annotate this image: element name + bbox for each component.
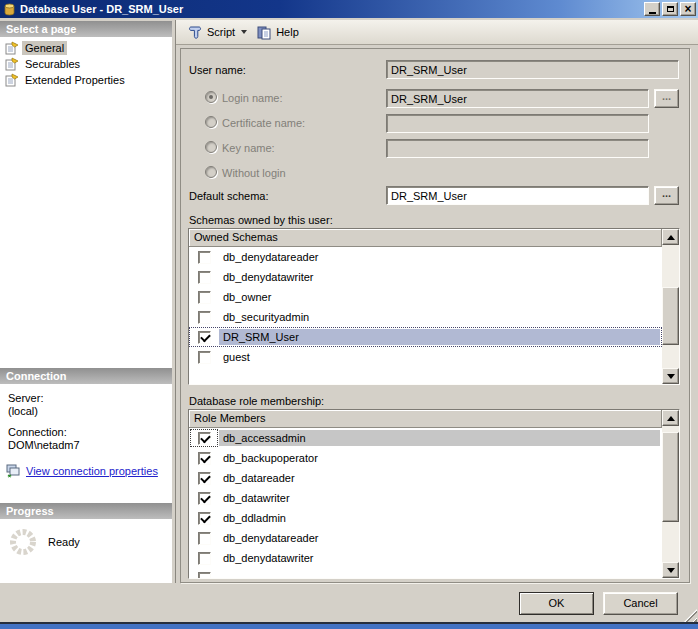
checkbox[interactable] — [198, 291, 211, 304]
sidebar-item-label: General — [22, 41, 67, 55]
list-item-label: guest — [219, 349, 660, 365]
sidebar-divider — [175, 20, 176, 583]
key-name-input[interactable] — [386, 139, 649, 158]
scrollbar-thumb[interactable] — [662, 287, 679, 345]
default-schema-input[interactable] — [386, 186, 649, 205]
list-item[interactable]: db_datawriter — [189, 488, 662, 508]
list-item-label: db_accessadmin — [219, 430, 660, 446]
checkbox-cell — [189, 548, 219, 568]
role-members-grid: Role Members db_accessadmin db_backupope… — [188, 409, 680, 579]
checkbox[interactable] — [198, 331, 211, 344]
list-item[interactable]: guest — [189, 347, 662, 367]
connection-label: Connection: — [0, 426, 172, 439]
scroll-up-icon[interactable] — [662, 410, 679, 426]
checkbox[interactable] — [198, 251, 211, 264]
owned-schemas-column-header[interactable]: Owned Schemas — [189, 229, 662, 247]
script-button[interactable]: Script — [182, 22, 252, 42]
role-membership-label: Database role membership: — [189, 395, 324, 407]
cancel-button[interactable]: Cancel — [603, 592, 678, 615]
resize-grip-icon[interactable] — [684, 609, 697, 622]
progress-header: Progress — [0, 503, 172, 519]
check-icon — [200, 432, 211, 443]
sidebar-item-extended-properties[interactable]: Extended Properties — [0, 72, 172, 88]
list-item[interactable]: db_denydatawriter — [189, 267, 662, 287]
checkbox[interactable] — [198, 552, 211, 565]
list-item-label: db_securityadmin — [219, 309, 660, 325]
default-schema-browse-button[interactable]: ... — [654, 186, 679, 205]
user-name-input[interactable] — [386, 60, 679, 79]
without-login-radio[interactable] — [205, 166, 217, 178]
list-item[interactable]: db_datareader — [189, 468, 662, 488]
list-item-label: db_denydatareader — [219, 249, 660, 265]
check-icon — [200, 331, 211, 342]
list-item[interactable]: db_denydatareader — [189, 247, 662, 267]
sidebar-item-securables[interactable]: Securables — [0, 56, 172, 72]
checkbox[interactable] — [198, 432, 211, 445]
list-item-label: db_backupoperator — [219, 450, 660, 466]
login-name-input[interactable] — [386, 89, 649, 108]
login-name-radio[interactable] — [205, 91, 217, 103]
maximize-icon[interactable] — [662, 2, 678, 16]
checkbox-cell — [189, 508, 219, 528]
list-item[interactable]: db_owner — [189, 287, 662, 307]
list-item[interactable] — [189, 568, 662, 578]
list-item-label: db_datareader — [219, 470, 660, 486]
list-item-label: db_datawriter — [219, 490, 660, 506]
owned-schemas-grid: Owned Schemas db_denydatareader db_denyd… — [188, 228, 680, 385]
list-item[interactable]: db_denydatareader — [189, 528, 662, 548]
certificate-name-label: Certificate name: — [222, 117, 305, 129]
list-item[interactable]: db_denydatawriter — [189, 548, 662, 568]
list-item-label — [219, 570, 660, 578]
checkbox[interactable] — [198, 351, 211, 364]
checkbox[interactable] — [198, 311, 211, 324]
checkbox[interactable] — [198, 532, 211, 545]
scroll-up-icon[interactable] — [662, 229, 679, 245]
list-item[interactable]: db_ddladmin — [189, 508, 662, 528]
checkbox-cell — [189, 307, 219, 327]
close-icon[interactable]: × — [680, 2, 696, 16]
checkbox[interactable] — [198, 572, 211, 579]
checkbox-cell — [189, 468, 219, 488]
owned-schemas-list: db_denydatareader db_denydatawriter db_o… — [189, 247, 662, 384]
checkbox[interactable] — [198, 472, 211, 485]
checkbox[interactable] — [198, 271, 211, 284]
scroll-down-icon[interactable] — [662, 562, 679, 578]
minimize-icon[interactable] — [644, 2, 660, 16]
list-item[interactable]: db_accessadmin — [189, 428, 662, 448]
key-name-label: Key name: — [222, 142, 275, 154]
progress-status: Ready — [48, 536, 80, 548]
database-icon — [3, 3, 16, 16]
certificate-name-input[interactable] — [386, 114, 649, 133]
key-name-radio[interactable] — [205, 141, 217, 153]
role-members-column-header[interactable]: Role Members — [189, 410, 662, 428]
ok-button[interactable]: OK — [519, 592, 594, 615]
scroll-down-icon[interactable] — [662, 368, 679, 384]
list-item[interactable]: db_backupoperator — [189, 448, 662, 468]
help-button[interactable]: Help — [252, 22, 304, 42]
server-value: (local) — [0, 405, 172, 418]
login-browse-button[interactable]: ... — [654, 89, 679, 108]
checkbox[interactable] — [198, 492, 211, 505]
page-icon — [5, 57, 19, 71]
dropdown-arrow-icon[interactable] — [241, 30, 247, 34]
checkbox[interactable] — [198, 452, 211, 465]
certificate-name-radio[interactable] — [205, 116, 217, 128]
checkbox[interactable] — [198, 512, 211, 525]
list-item[interactable]: db_securityadmin — [189, 307, 662, 327]
owned-schemas-scrollbar[interactable] — [662, 229, 679, 384]
login-name-label: Login name: — [222, 92, 283, 104]
checkbox-cell — [189, 568, 219, 578]
user-name-label: User name: — [189, 64, 246, 76]
sidebar-item-general[interactable]: General — [0, 40, 172, 56]
page-icon — [5, 73, 19, 87]
scrollbar-thumb[interactable] — [662, 432, 679, 522]
help-icon — [257, 25, 272, 40]
page-list: General Securables Extended Properties — [0, 37, 172, 368]
view-connection-properties-link[interactable]: View connection properties — [26, 465, 158, 477]
list-item[interactable]: DR_SRM_User — [189, 327, 662, 347]
help-button-label: Help — [276, 26, 299, 38]
page-icon — [5, 41, 19, 55]
connection-value: DOM\netadm7 — [0, 439, 172, 452]
titlebar[interactable]: Database User - DR_SRM_User × — [0, 0, 698, 18]
role-members-scrollbar[interactable] — [662, 410, 679, 578]
